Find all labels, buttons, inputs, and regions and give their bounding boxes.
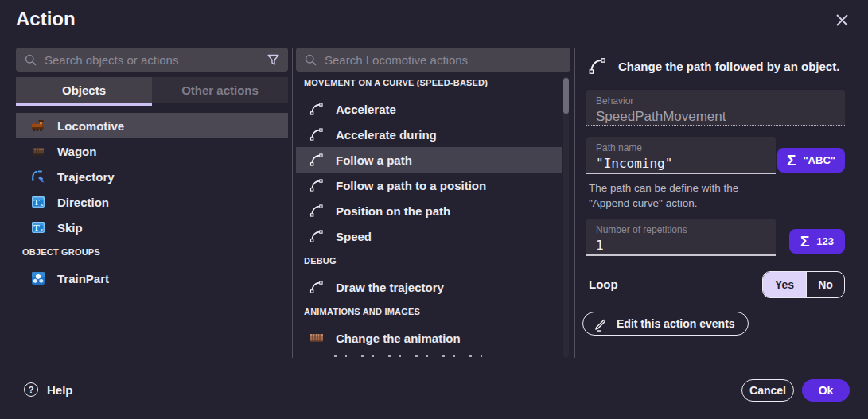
action-label: Draw the trajectory <box>336 281 444 294</box>
group-label: TrainPart <box>57 272 109 285</box>
behavior-field-label: Behavior <box>596 95 835 107</box>
dialog-title: Action <box>16 8 76 30</box>
curve-action-icon <box>587 56 608 76</box>
cancel-button[interactable]: Cancel <box>741 379 794 402</box>
path-name-field[interactable]: Path name "Incoming" <box>586 137 776 174</box>
tab-objects[interactable]: Objects <box>16 77 152 103</box>
object-groups-header: OBJECT GROUPS <box>22 247 100 257</box>
curve-action-icon <box>309 177 325 193</box>
object-label: Skip <box>57 221 83 235</box>
curve-action-icon <box>309 279 325 295</box>
behavior-field: Behavior SpeedPathMovement <box>586 90 845 126</box>
objects-search-box <box>16 48 288 72</box>
action-row-accelerate[interactable]: Accelerate <box>296 96 562 122</box>
group-row-trainpart[interactable]: TrainPart <box>16 266 288 291</box>
path-name-field-label: Path name <box>596 142 766 153</box>
trajectory-icon <box>30 169 46 184</box>
objects-search-input[interactable] <box>45 53 259 67</box>
search-icon <box>24 53 37 67</box>
object-row-trajectory[interactable]: Trajectory <box>16 164 288 189</box>
close-icon[interactable] <box>833 11 850 29</box>
repetitions-field-value[interactable]: 1 <box>596 238 766 253</box>
help-icon: ? <box>24 382 38 397</box>
action-row-speed[interactable]: Speed <box>296 223 562 249</box>
string-expression-button[interactable]: Σ "ABC" <box>777 148 845 173</box>
action-description-row: Change the path followed by an object. <box>587 56 850 76</box>
sigma-icon: Σ <box>787 153 796 168</box>
tab-other-actions[interactable]: Other actions <box>152 77 288 103</box>
search-icon <box>304 53 317 67</box>
curve-action-icon <box>309 152 325 168</box>
path-name-field-value[interactable]: "Incoming" <box>596 156 766 171</box>
object-label: Wagon <box>57 145 96 158</box>
object-label: Direction <box>57 196 109 209</box>
action-dialog: Action Objects Other actions Locomotive <box>0 0 868 419</box>
object-label: Locomotive <box>57 119 124 133</box>
loop-label: Loop <box>589 277 618 291</box>
actions-search-input[interactable] <box>325 53 562 67</box>
path-name-helper-text: The path can be define with the "Append … <box>589 180 738 211</box>
locomotive-icon <box>30 118 46 134</box>
object-row-skip[interactable]: T x Skip <box>16 215 288 240</box>
text-object-icon: T x <box>30 219 46 235</box>
section-header-animations: ANIMATIONS AND IMAGES <box>304 307 420 316</box>
action-row-accelerate-during[interactable]: Accelerate during <box>296 122 562 147</box>
svg-text:x: x <box>41 201 44 208</box>
edit-action-events-button[interactable]: Edit this action events <box>582 312 749 336</box>
action-row-draw-the-trajectory[interactable]: Draw the trajectory <box>296 274 562 300</box>
loop-no-button[interactable]: No <box>806 272 844 297</box>
section-header-debug: DEBUG <box>304 256 337 266</box>
object-row-locomotive[interactable]: Locomotive <box>16 113 288 138</box>
object-row-direction[interactable]: T x Direction <box>16 189 288 215</box>
actions-scrollbar-track <box>563 76 569 358</box>
section-header-movement: MOVEMENT ON A CURVE (SPEED-BASED) <box>304 78 488 87</box>
ok-button[interactable]: Ok <box>802 379 850 402</box>
action-label: Follow a path <box>336 153 412 167</box>
wagon-icon <box>30 143 46 159</box>
action-label: Speed <box>336 230 372 243</box>
actions-scrollbar-thumb[interactable] <box>563 78 569 114</box>
curve-action-icon <box>309 203 325 219</box>
action-label: Follow a path to a position <box>336 179 486 192</box>
action-label: Accelerate during <box>336 128 437 142</box>
svg-text:x: x <box>41 227 44 233</box>
middle-right-divider <box>574 48 575 358</box>
loop-yes-button[interactable]: Yes <box>763 272 806 297</box>
left-middle-divider <box>292 48 293 358</box>
text-object-icon: T x <box>30 194 46 210</box>
action-description: Change the path followed by an object. <box>618 60 839 73</box>
curve-action-icon <box>309 101 325 117</box>
object-row-wagon[interactable]: Wagon <box>16 138 288 164</box>
curve-action-icon <box>309 228 325 244</box>
filter-icon[interactable] <box>267 53 280 67</box>
left-panel-tabs: Objects Other actions <box>16 77 288 103</box>
action-label: Change the animation <box>336 332 461 345</box>
sigma-icon: Σ <box>800 234 809 249</box>
clipped-action-row <box>334 355 493 358</box>
svg-text:T: T <box>33 223 40 232</box>
object-label: Trajectory <box>57 170 115 184</box>
help-button[interactable]: ? Help <box>24 382 73 397</box>
action-row-follow-a-path[interactable]: Follow a path <box>296 147 562 173</box>
animation-icon <box>309 330 325 346</box>
svg-text:T: T <box>33 197 40 207</box>
curve-action-icon <box>309 126 325 142</box>
loop-toggle: Yes No <box>762 271 845 298</box>
pencil-icon <box>594 316 609 332</box>
number-expression-button[interactable]: Σ 123 <box>789 229 845 254</box>
action-row-follow-a-path-to-a-position[interactable]: Follow a path to a position <box>296 173 562 198</box>
behavior-field-value: SpeedPathMovement <box>596 109 835 125</box>
action-label: Position on the path <box>336 204 450 218</box>
action-row-position-on-the-path[interactable]: Position on the path <box>296 198 562 223</box>
object-group-icon <box>30 270 46 286</box>
action-label: Accelerate <box>336 103 396 116</box>
actions-search-box <box>296 48 570 72</box>
repetitions-field[interactable]: Number of repetitions 1 <box>586 219 776 256</box>
repetitions-field-label: Number of repetitions <box>596 224 766 235</box>
action-row-change-the-animation[interactable]: Change the animation <box>296 325 562 351</box>
